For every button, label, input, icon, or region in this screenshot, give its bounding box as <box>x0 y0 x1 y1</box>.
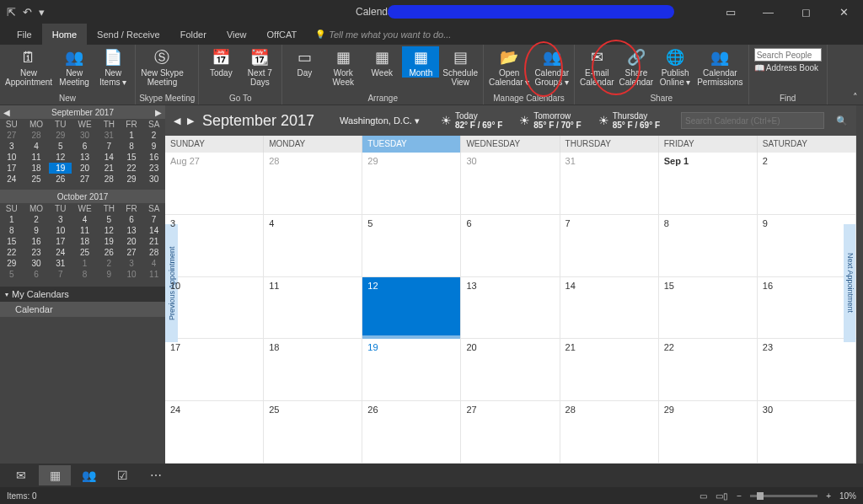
search-icon[interactable]: 🔍 <box>836 115 848 126</box>
mini-day[interactable]: 3 <box>121 258 143 269</box>
day-cell[interactable]: 30 <box>758 401 856 463</box>
ribbon-arrange-1[interactable]: ▦Work Week <box>324 46 362 87</box>
mini-day[interactable]: 13 <box>121 225 143 236</box>
mini-day[interactable]: 27 <box>0 130 24 141</box>
mini-cal-oct-title[interactable]: October 2017 <box>57 192 109 201</box>
day-cell[interactable]: 10 <box>165 277 264 339</box>
mini-day[interactable]: 30 <box>24 258 50 269</box>
month-grid[interactable]: Previous Appointment Next Appointment Au… <box>165 153 856 464</box>
ribbon-new-2[interactable]: 📄New Items ▾ <box>94 46 131 87</box>
mini-day[interactable]: 6 <box>24 269 50 280</box>
mini-day[interactable]: 20 <box>121 236 143 247</box>
mini-cal-prev[interactable]: ◀ <box>3 108 10 117</box>
mini-day[interactable]: 15 <box>121 152 143 163</box>
day-cell[interactable]: 5 <box>362 215 461 276</box>
mini-day[interactable]: 8 <box>121 141 143 152</box>
mini-day[interactable]: 31 <box>98 130 121 141</box>
day-cell[interactable]: Aug 27 <box>165 153 264 214</box>
tab-view[interactable]: View <box>217 24 257 45</box>
day-cell[interactable]: 3 <box>165 215 264 276</box>
nav-mail-icon[interactable]: ✉ <box>5 465 37 485</box>
ribbon-share-0[interactable]: ✉E-mail Calendar <box>578 46 616 87</box>
day-cell[interactable]: 8 <box>659 215 758 276</box>
mini-day[interactable]: 21 <box>142 236 165 247</box>
popout-icon[interactable]: ⇱ <box>7 6 16 19</box>
mini-day[interactable]: 11 <box>24 152 50 163</box>
day-cell[interactable]: 17 <box>165 339 264 400</box>
mini-day[interactable]: 22 <box>0 247 24 258</box>
mini-day[interactable]: 16 <box>142 152 165 163</box>
nav-more-icon[interactable]: ⋯ <box>140 465 172 485</box>
tab-offcat[interactable]: OffCAT <box>257 24 308 45</box>
search-calendar-input[interactable] <box>681 112 824 129</box>
close-button[interactable]: ✕ <box>825 0 863 24</box>
mini-day[interactable]: 2 <box>24 214 50 225</box>
ribbon-new-0[interactable]: 🗓New Appointment <box>3 46 54 87</box>
weather-0[interactable]: ☀Today82° F / 69° F <box>441 111 502 130</box>
mini-day[interactable]: 16 <box>24 236 50 247</box>
ribbon-arrange-3[interactable]: ▦Month <box>402 46 439 78</box>
ribbon-manage-0[interactable]: 📂Open Calendar ▾ <box>487 46 531 87</box>
mini-day[interactable]: 5 <box>98 214 121 225</box>
ribbon-goto-1[interactable]: 📆Next 7 Days <box>241 46 278 87</box>
day-cell[interactable]: 15 <box>659 277 758 339</box>
day-cell[interactable]: 18 <box>264 339 362 400</box>
day-cell[interactable]: 19 <box>362 339 461 400</box>
collapse-ribbon-icon[interactable]: ˄ <box>853 92 858 103</box>
day-cell[interactable]: 23 <box>758 339 856 400</box>
mini-day[interactable]: 30 <box>142 174 165 185</box>
day-cell[interactable]: 6 <box>461 215 560 276</box>
mini-day[interactable]: 9 <box>24 225 50 236</box>
mini-day[interactable]: 8 <box>72 269 98 280</box>
qat-more-icon[interactable]: ▾ <box>39 6 45 19</box>
day-cell[interactable]: 29 <box>362 153 461 214</box>
mini-day[interactable]: 3 <box>0 141 24 152</box>
mini-day[interactable]: 10 <box>0 152 24 163</box>
zoom-in[interactable]: + <box>826 491 831 501</box>
mini-day[interactable]: 25 <box>72 247 98 258</box>
ribbon-skype-0[interactable]: ⓈNew Skype Meeting <box>139 46 185 87</box>
mini-day[interactable]: 30 <box>72 130 98 141</box>
mini-day[interactable]: 2 <box>142 130 165 141</box>
undo-icon[interactable]: ↶ <box>23 6 32 19</box>
mini-day[interactable]: 26 <box>49 174 72 185</box>
mini-day[interactable]: 2 <box>98 258 121 269</box>
mini-day[interactable]: 23 <box>24 247 50 258</box>
zoom-slider[interactable] <box>750 495 817 497</box>
mini-day[interactable]: 27 <box>72 174 98 185</box>
day-cell[interactable]: 28 <box>560 401 659 463</box>
mini-day[interactable]: 3 <box>49 214 72 225</box>
mini-day[interactable]: 4 <box>24 141 50 152</box>
day-cell[interactable]: 11 <box>264 277 362 339</box>
tab-send-receive[interactable]: Send / Receive <box>87 24 170 45</box>
day-cell[interactable]: 26 <box>362 401 461 463</box>
ribbon-options-icon[interactable]: ▭ <box>711 0 749 24</box>
my-calendars-header[interactable]: My Calendars <box>0 287 165 302</box>
mini-day[interactable]: 27 <box>121 247 143 258</box>
day-cell[interactable]: 12 <box>362 277 461 339</box>
ribbon-goto-0[interactable]: 📅Today <box>202 46 239 78</box>
mini-day[interactable]: 7 <box>98 141 121 152</box>
mini-day[interactable]: 24 <box>49 247 72 258</box>
mini-cal-sep-title[interactable]: September 2017 <box>51 108 114 117</box>
mini-day[interactable]: 12 <box>49 152 72 163</box>
day-cell[interactable]: 22 <box>659 339 758 400</box>
mini-day[interactable]: 11 <box>142 269 165 280</box>
mini-day[interactable]: 28 <box>98 174 121 185</box>
mini-day[interactable]: 17 <box>49 236 72 247</box>
tab-file[interactable]: File <box>7 24 42 45</box>
prev-month[interactable]: ◀ <box>174 115 180 126</box>
mini-cal-next[interactable]: ▶ <box>155 108 162 117</box>
weather-2[interactable]: ☀Thursday85° F / 69° F <box>598 111 660 130</box>
mini-day[interactable]: 15 <box>0 236 24 247</box>
mini-day[interactable]: 31 <box>49 258 72 269</box>
day-cell[interactable]: 25 <box>264 401 362 463</box>
mini-day[interactable]: 19 <box>49 163 72 174</box>
weather-1[interactable]: ☀Tomorrow85° F / 70° F <box>519 111 581 130</box>
day-cell[interactable]: 29 <box>659 401 758 463</box>
mini-day[interactable]: 9 <box>98 269 121 280</box>
mini-day[interactable]: 29 <box>0 258 24 269</box>
day-cell[interactable]: 30 <box>461 153 560 214</box>
mini-day[interactable]: 28 <box>24 130 50 141</box>
mini-day[interactable]: 20 <box>72 163 98 174</box>
